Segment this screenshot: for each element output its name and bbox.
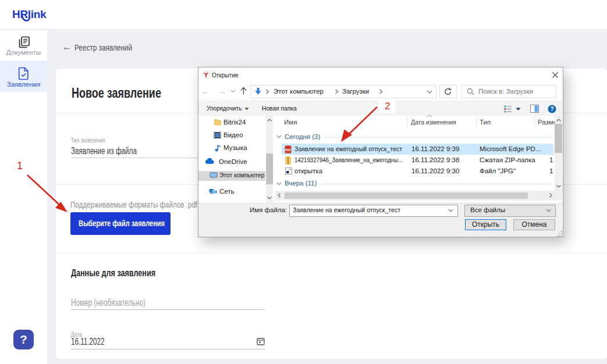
svg-text:?: ? <box>550 106 553 112</box>
svg-text:PDF: PDF <box>285 148 291 152</box>
